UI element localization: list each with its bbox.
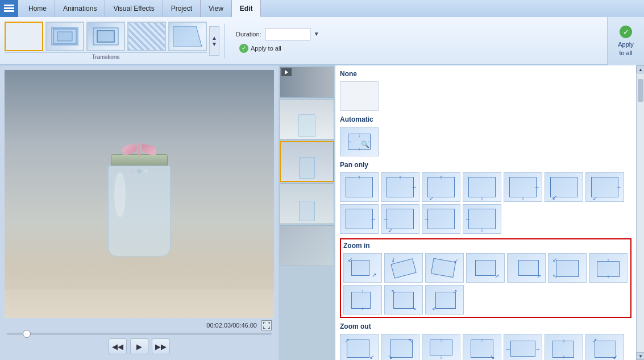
scroll-track	[637, 73, 644, 352]
fullscreen-button[interactable]	[261, 320, 272, 330]
transitions-label: Transitions	[5, 52, 207, 60]
effect-zi-2[interactable]: ↙	[384, 253, 423, 283]
seek-bar[interactable]	[7, 333, 272, 335]
section-pan-only-grid: ↑ ↑ → ↑ ↙	[340, 172, 631, 234]
effect-zi-5[interactable]: ↗	[507, 253, 546, 283]
check-icon: ✓	[239, 44, 248, 53]
preview-area: 00:02.03/00:46.00 ◀◀ ▶	[0, 65, 279, 360]
effects-panel: None Automatic →	[335, 65, 636, 360]
effect-zo-1[interactable]: ↗ ↙	[340, 334, 379, 360]
app-icon[interactable]	[0, 0, 18, 17]
scroll-down-button[interactable]: ▼	[637, 352, 644, 360]
film-item-1[interactable]	[280, 67, 334, 98]
section-none-title: None	[340, 70, 631, 78]
svg-marker-7	[173, 26, 202, 47]
effect-zo-5[interactable]: ← →	[504, 334, 542, 360]
effect-pan-8[interactable]: →	[340, 204, 379, 234]
duration-row: Duration: ▼	[236, 28, 319, 40]
timestamp: 00:02.03/00:46.00	[206, 322, 257, 329]
next-button[interactable]: ▶▶	[152, 338, 170, 354]
effect-pan-1[interactable]: ↑	[340, 172, 379, 202]
effect-automatic[interactable]: → ← ↓ ↑ 🔍	[340, 127, 379, 156]
play-button[interactable]: ▶	[130, 338, 148, 354]
effect-zo-4[interactable]: ↑ ↘	[463, 334, 501, 360]
section-automatic: Automatic → ← ↓ ↑	[340, 115, 631, 156]
transition-thumbnails: Transitions ▲ ▼	[5, 22, 219, 60]
trans-thumb-1[interactable]	[5, 22, 43, 51]
app-container: Home Animations Visual Effects Project V…	[0, 0, 644, 360]
section-zoom-out-grid: ↗ ↙ ↖ ↘	[340, 334, 631, 360]
effect-pan-10[interactable]: ←	[422, 204, 460, 234]
tab-edit[interactable]: Edit	[232, 0, 261, 17]
content-row: 00:02.03/00:46.00 ◀◀ ▶	[0, 65, 644, 360]
effect-zi-1[interactable]: ↙ ↗	[343, 253, 382, 283]
film-item-2[interactable]	[280, 99, 334, 140]
apply-to-all-label: Apply to all	[618, 40, 634, 57]
section-none: None	[340, 70, 631, 111]
effect-zo-7[interactable]: ↗ ↙	[585, 334, 624, 360]
playback-controls: ◀◀ ▶ ▶▶	[5, 336, 274, 355]
section-zoom-in-highlighted: Zoom in ↙ ↗	[340, 238, 631, 318]
ribbon-area: Transitions ▲ ▼ Duration: ▼ ✓ Apply to a…	[0, 17, 644, 65]
svg-rect-3	[53, 29, 76, 44]
seek-thumb[interactable]	[23, 330, 31, 338]
effect-zi-8[interactable]: ↑ ↓	[343, 285, 382, 315]
trans-thumb-2[interactable]	[45, 22, 84, 51]
tabs-row: Home Animations Visual Effects Project V…	[0, 0, 644, 17]
ribbon-separator	[224, 24, 225, 58]
effect-pan-11[interactable]: ← ↓	[463, 204, 501, 234]
scroll-up-arrow[interactable]: ▲ ▼	[209, 26, 219, 56]
effect-zi-3[interactable]: ↙	[425, 253, 464, 283]
seek-bar-container	[5, 332, 274, 336]
effect-zi-7[interactable]: ↑ ↓	[589, 253, 628, 283]
tab-home[interactable]: Home	[20, 0, 55, 17]
section-none-grid	[340, 81, 631, 111]
scroll-up-button[interactable]: ▲	[637, 65, 644, 73]
effects-scroll[interactable]: None Automatic →	[335, 65, 636, 360]
tab-animations[interactable]: Animations	[55, 0, 105, 17]
trans-thumb-5[interactable]	[168, 22, 207, 51]
tab-project[interactable]: Project	[163, 0, 201, 17]
effect-zi-10[interactable]: ↗ ↙	[425, 285, 464, 315]
video-preview	[5, 70, 274, 318]
effect-zi-9[interactable]: ↖ ↘	[384, 285, 423, 315]
right-scrollbar: ▲ ▼	[636, 65, 644, 360]
effect-zo-6[interactable]: ↑ ↓	[545, 334, 583, 360]
tab-visual-effects[interactable]: Visual Effects	[105, 0, 163, 17]
effect-pan-6[interactable]: ↙	[545, 172, 583, 202]
prev-button[interactable]: ◀◀	[109, 338, 127, 354]
apply-all-button[interactable]: ✓ Apply to all	[236, 43, 319, 54]
jar-scene	[5, 70, 274, 318]
effect-pan-5[interactable]: ↓ →	[504, 172, 542, 202]
duration-arrow[interactable]: ▼	[314, 31, 319, 37]
duration-input[interactable]	[265, 28, 310, 40]
svg-rect-4	[57, 32, 72, 41]
effect-none[interactable]	[340, 81, 379, 111]
film-item-5[interactable]	[280, 225, 334, 266]
section-automatic-title: Automatic	[340, 115, 631, 123]
effect-pan-9[interactable]: ← ↙	[381, 204, 419, 234]
apply-to-all-panel[interactable]: ✓ Apply to all	[607, 17, 644, 65]
filmstrip	[279, 65, 335, 360]
effect-zo-2[interactable]: ↖ ↘	[381, 334, 419, 360]
section-zoom-in-grid: ↙ ↗ ↙	[343, 253, 628, 315]
effect-zi-4[interactable]: ↗	[466, 253, 505, 283]
trans-thumb-4[interactable]	[127, 22, 166, 51]
section-pan-only: Pan only ↑ ↑ →	[340, 161, 631, 234]
section-pan-only-title: Pan only	[340, 161, 631, 169]
effect-zi-6[interactable]: ↙ ↖	[548, 253, 587, 283]
section-zoom-in-title: Zoom in	[343, 242, 628, 250]
effect-pan-4[interactable]: ↓	[463, 172, 501, 202]
scroll-thumb[interactable]	[638, 79, 643, 102]
effect-pan-2[interactable]: ↑ →	[381, 172, 419, 202]
svg-rect-2	[4, 10, 14, 12]
trans-thumb-3[interactable]	[86, 22, 125, 51]
effect-pan-3[interactable]: ↑ ↙	[422, 172, 460, 202]
film-item-4[interactable]	[280, 183, 334, 224]
effect-pan-7[interactable]: → ↙	[585, 172, 624, 202]
section-zoom-out: Zoom out ↗ ↙ ↖	[340, 322, 631, 360]
svg-rect-0	[4, 5, 14, 6]
effect-zo-3[interactable]: ↑ ↓	[422, 334, 460, 360]
film-item-3[interactable]	[280, 141, 334, 182]
tab-view[interactable]: View	[201, 0, 232, 17]
